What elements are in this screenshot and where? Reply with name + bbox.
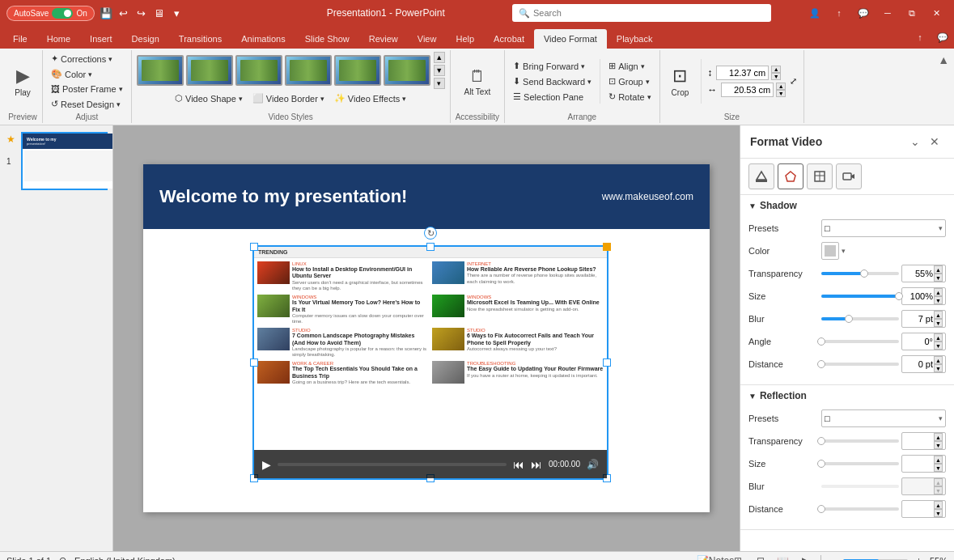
reflection-size-number[interactable]: ▲ ▼ [901,455,946,473]
rotate-button[interactable]: ↻ Rotate ▾ [605,90,654,104]
shadow-blur-up[interactable]: ▲ [934,311,943,319]
undo-icon[interactable]: ↩ [117,6,130,19]
autosave-toggle[interactable] [52,8,73,19]
skip-forward-button[interactable]: ⏭ [531,458,542,471]
gallery-item-6[interactable] [384,55,430,86]
notes-btn[interactable]: 📝 Notes [707,553,723,561]
handle-tm[interactable] [426,243,435,251]
poster-frame-button[interactable]: 🖼 Poster Frame ▾ [48,83,126,95]
shadow-size-slider[interactable] [821,295,899,298]
gallery-scroll-more[interactable]: ▾ [434,78,445,89]
size-expand[interactable]: ⤢ [788,74,799,88]
align-button[interactable]: ⊞ Align ▾ [605,59,654,73]
customize-icon[interactable]: ▾ [171,6,184,19]
crop-button[interactable]: ⊡ Crop [665,63,696,100]
shadow-distance-down[interactable]: ▼ [934,364,943,372]
normal-view-btn[interactable]: ⊞ [730,553,746,561]
shadow-section-header[interactable]: ▼ Shadow [740,195,954,216]
tab-transitions[interactable]: Transitions [169,29,231,49]
shadow-transparency-thumb[interactable] [860,269,868,278]
group-button[interactable]: ⊡ Group ▾ [605,74,654,88]
shadow-color-swatch[interactable] [821,242,839,260]
height-spin-down[interactable]: ▼ [771,73,781,80]
tab-review[interactable]: Review [359,29,408,49]
shadow-size-number[interactable]: 100% ▲ ▼ [901,287,946,305]
shadow-distance-number[interactable]: 0 pt ▲ ▼ [901,355,946,373]
shadow-angle-up[interactable]: ▲ [934,333,943,342]
shadow-presets-select[interactable]: □ ▾ [821,219,946,237]
redo-icon[interactable]: ↪ [135,6,148,19]
width-spin-up[interactable]: ▲ [776,83,786,90]
share-btn[interactable]: ↑ [828,2,850,24]
play-pause-button[interactable]: ▶ [262,458,271,471]
reflection-size-up[interactable]: ▲ [934,456,943,464]
width-spin-down[interactable]: ▼ [776,90,786,97]
reflection-transparency-thumb[interactable] [817,437,825,445]
shadow-angle-slider[interactable] [821,340,899,343]
bring-forward-button[interactable]: ⬆ Bring Forward ▾ [510,59,595,73]
slide-sorter-btn[interactable]: ⊟ [753,553,769,561]
gallery-item-5[interactable] [334,55,381,86]
tab-size[interactable] [807,163,833,189]
volume-button[interactable]: 🔊 [587,459,599,470]
width-input[interactable] [721,83,774,97]
profile-btn[interactable]: 👤 [803,2,826,24]
gallery-item-1[interactable] [137,55,184,86]
progress-bar[interactable] [278,463,507,466]
monitor-icon[interactable]: 🖥 [153,6,166,19]
tab-insert[interactable]: Insert [80,29,122,49]
shadow-angle-number[interactable]: 0° ▲ ▼ [901,333,946,350]
shadow-transparency-slider[interactable] [821,272,899,275]
reflection-section-header[interactable]: ▼ Reflection [740,385,954,406]
video-shape-button[interactable]: ⬡ Video Shape ▾ [172,91,246,105]
minimize-btn[interactable]: ─ [876,2,899,24]
height-spin-up[interactable]: ▲ [771,66,781,73]
reflection-transparency-down[interactable]: ▼ [934,441,943,449]
panel-collapse-btn[interactable]: ⌄ [905,132,925,151]
handle-mr[interactable] [603,358,611,367]
reflection-distance-thumb[interactable] [817,505,825,513]
shadow-blur-number[interactable]: 7 pt ▲ ▼ [901,310,946,328]
reflection-distance-down[interactable]: ▼ [934,509,943,517]
handle-tr[interactable] [603,243,611,251]
video-element[interactable]: ↻ TRENDING LINUX [252,245,608,480]
shadow-size-up[interactable]: ▲ [934,288,943,296]
ribbon-share-btn[interactable]: ↑ [909,26,931,49]
shadow-angle-thumb[interactable] [817,337,825,346]
slide-thumbnail[interactable]: Welcome to my presentation! [21,132,108,190]
slideshow-view-btn[interactable]: ▶ [798,553,814,561]
reflection-size-down[interactable]: ▼ [934,464,943,472]
reflection-distance-slider[interactable] [821,507,899,511]
zoom-out-btn[interactable]: － [828,554,837,560]
zoom-in-btn[interactable]: ＋ [914,554,923,560]
send-backward-button[interactable]: ⬇ Send Backward ▾ [510,74,595,88]
shadow-size-down[interactable]: ▼ [934,296,943,304]
gallery-item-3[interactable] [235,55,282,86]
gallery-item-4[interactable] [285,55,332,86]
reflection-presets-select[interactable]: □ ▾ [821,409,946,427]
reflection-transparency-number[interactable]: ▲ ▼ [901,432,946,450]
shadow-transparency-number[interactable]: 55% ▲ ▼ [901,265,946,282]
video-effects-button[interactable]: ✨ Video Effects ▾ [331,91,409,105]
tab-playback[interactable]: Playback [607,29,663,49]
close-btn[interactable]: ✕ [925,2,948,24]
height-input[interactable] [716,66,769,80]
tab-slideshow[interactable]: Slide Show [295,29,359,49]
shadow-transparency-up[interactable]: ▲ [934,265,943,274]
rotate-handle[interactable]: ↻ [424,227,437,240]
shadow-angle-down[interactable]: ▼ [934,342,943,350]
skip-back-button[interactable]: ⏮ [513,458,524,471]
search-box[interactable]: 🔍 [512,4,771,22]
corrections-button[interactable]: ✦ Corrections ▾ [48,52,126,66]
tab-fill[interactable] [748,163,774,189]
tab-help[interactable]: Help [446,29,484,49]
reading-view-btn[interactable]: 📖 [775,553,791,561]
collapse-ribbon[interactable]: ▲ [936,50,951,68]
reset-design-button[interactable]: ↺ Reset Design ▾ [48,97,126,111]
tab-acrobat[interactable]: Acrobat [484,29,534,49]
tab-video-settings[interactable] [836,163,862,189]
reflection-distance-number[interactable]: ▲ ▼ [901,500,946,518]
ribbon-comments-btn[interactable]: 💬 [931,26,954,49]
handle-tl[interactable] [250,243,258,251]
shadow-distance-thumb[interactable] [817,360,825,368]
